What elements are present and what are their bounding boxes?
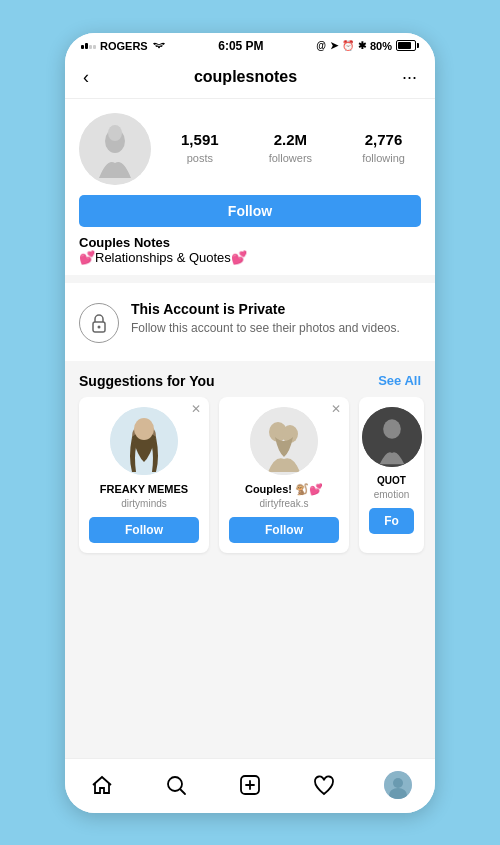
suggestions-scroll: ✕ FREAKY MEMES dirtyminds Follow: [65, 397, 435, 567]
suggestion-card-2: ✕ Couples! 🐒💕 dirtyfreak.s Follow: [219, 397, 349, 553]
search-nav-button[interactable]: [158, 767, 194, 803]
svg-point-7: [134, 418, 154, 440]
status-right: @ ➤ ⏰ ✱ 80%: [316, 40, 419, 52]
suggestion-name-2: Couples! 🐒💕: [245, 483, 323, 496]
suggestion-handle-3: emotion: [374, 489, 410, 500]
follow-button[interactable]: Follow: [79, 195, 421, 227]
alarm-icon: ⏰: [342, 40, 354, 51]
svg-point-2: [108, 125, 122, 141]
phone-frame: ROGERS 6:05 PM @ ➤ ⏰ ✱ 80% ‹ couples: [65, 33, 435, 813]
profile-username: couplesnotes: [194, 68, 297, 86]
follow-button-container: Follow: [79, 195, 421, 227]
avatar-image: [79, 113, 151, 185]
carrier-label: ROGERS: [100, 40, 148, 52]
stats-container: 1,591 posts 2.2M followers 2,776 followi…: [165, 131, 421, 166]
add-icon: [238, 773, 262, 797]
battery-icon: [396, 40, 419, 51]
search-icon: [164, 773, 188, 797]
suggestion-card-3: QUOT emotion Fo: [359, 397, 424, 553]
suggestion-handle-2: dirtyfreak.s: [260, 498, 309, 509]
following-stat: 2,776 following: [362, 131, 405, 166]
profile-top: 1,591 posts 2.2M followers 2,776 followi…: [79, 113, 421, 185]
status-left: ROGERS: [81, 40, 166, 52]
bluetooth-icon: ✱: [358, 40, 366, 51]
gps-icon: ➤: [330, 40, 338, 51]
private-title: This Account is Private: [131, 301, 400, 317]
profile-thumbnail: [384, 771, 412, 799]
suggestion-handle-1: dirtyminds: [121, 498, 167, 509]
suggestion-name-1: FREAKY MEMES: [100, 483, 188, 496]
profile-section: 1,591 posts 2.2M followers 2,776 followi…: [65, 99, 435, 275]
time-display: 6:05 PM: [218, 39, 263, 53]
suggestion-avatar-3: [362, 407, 422, 467]
heart-nav-button[interactable]: [306, 767, 342, 803]
suggestion-avatar-2: [250, 407, 318, 475]
bottom-navigation: [65, 758, 435, 813]
more-options-button[interactable]: ···: [398, 63, 421, 92]
top-navigation: ‹ couplesnotes ···: [65, 57, 435, 99]
see-all-button[interactable]: See All: [378, 373, 421, 388]
suggestion-avatar-1-image: [110, 407, 178, 475]
svg-point-12: [383, 419, 401, 438]
following-label: following: [362, 152, 405, 164]
posts-label: posts: [187, 152, 213, 164]
suggestion-card-1: ✕ FREAKY MEMES dirtyminds Follow: [79, 397, 209, 553]
followers-label: followers: [269, 152, 312, 164]
followers-count: 2.2M: [269, 131, 312, 148]
profile-nav-button[interactable]: [380, 767, 416, 803]
suggestions-section: Suggestions for You See All ✕: [65, 361, 435, 758]
suggestion-name-3: QUOT: [377, 475, 406, 487]
svg-point-19: [393, 778, 403, 788]
posts-stat: 1,591 posts: [181, 131, 219, 166]
suggestion-follow-button-1[interactable]: Follow: [89, 517, 199, 543]
bio-text: 💕Relationships & Quotes💕: [79, 250, 421, 265]
suggestions-title: Suggestions for You: [79, 373, 215, 389]
suggestion-follow-button-3[interactable]: Fo: [369, 508, 414, 534]
close-card-2[interactable]: ✕: [331, 403, 341, 415]
suggestion-avatar-2-image: [250, 407, 318, 475]
status-bar: ROGERS 6:05 PM @ ➤ ⏰ ✱ 80%: [65, 33, 435, 57]
svg-line-14: [181, 789, 186, 794]
wifi-icon: [152, 40, 166, 52]
profile-bio: Couples Notes 💕Relationships & Quotes💕: [79, 235, 421, 265]
bio-name: Couples Notes: [79, 235, 421, 250]
home-icon: [90, 773, 114, 797]
svg-point-4: [98, 325, 101, 328]
lock-icon: [79, 303, 119, 343]
close-card-1[interactable]: ✕: [191, 403, 201, 415]
suggestion-avatar-1: [110, 407, 178, 475]
back-button[interactable]: ‹: [79, 63, 93, 92]
following-count: 2,776: [362, 131, 405, 148]
heart-icon: [312, 773, 336, 797]
location-icon: @: [316, 40, 326, 51]
lock-svg: [90, 313, 108, 333]
suggestion-avatar-3-image: [362, 407, 422, 467]
add-nav-button[interactable]: [232, 767, 268, 803]
private-description: Follow this account to see their photos …: [131, 320, 400, 337]
suggestions-header: Suggestions for You See All: [65, 361, 435, 397]
followers-stat: 2.2M followers: [269, 131, 312, 166]
posts-count: 1,591: [181, 131, 219, 148]
battery-percent: 80%: [370, 40, 392, 52]
private-text-container: This Account is Private Follow this acco…: [131, 301, 400, 337]
private-account-section: This Account is Private Follow this acco…: [65, 275, 435, 361]
profile-thumb-image: [384, 771, 412, 799]
avatar: [79, 113, 151, 185]
signal-bars: [81, 43, 96, 49]
home-nav-button[interactable]: [84, 767, 120, 803]
suggestion-follow-button-2[interactable]: Follow: [229, 517, 339, 543]
